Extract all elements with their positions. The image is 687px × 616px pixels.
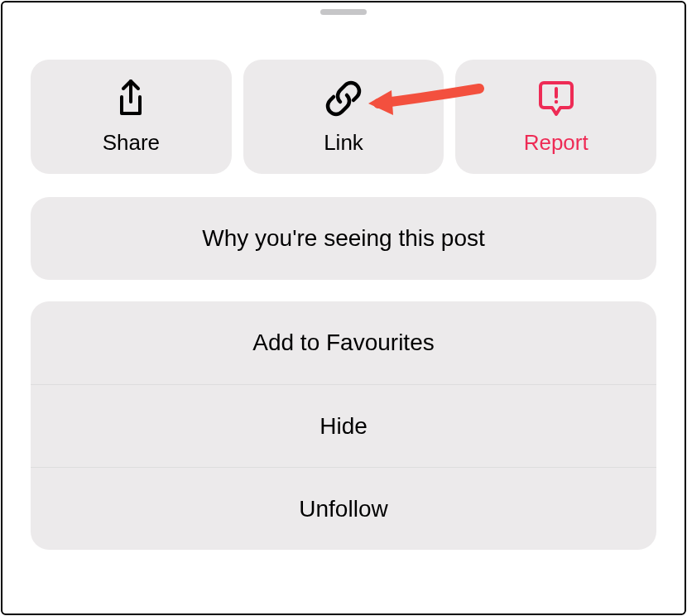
action-sheet: Share Link <box>1 1 686 615</box>
link-button[interactable]: Link <box>243 60 444 174</box>
share-button[interactable]: Share <box>31 60 232 174</box>
report-label: Report <box>524 130 589 156</box>
hide-button[interactable]: Hide <box>31 384 656 467</box>
unfollow-button[interactable]: Unfollow <box>31 467 656 550</box>
why-seeing-label: Why you're seeing this post <box>202 225 485 252</box>
unfollow-label: Unfollow <box>299 496 387 522</box>
action-list: Add to Favourites Hide Unfollow <box>31 301 656 550</box>
link-label: Link <box>324 130 363 156</box>
share-label: Share <box>103 130 160 156</box>
svg-point-1 <box>554 99 557 103</box>
sheet-grabber[interactable] <box>320 9 367 15</box>
sheet-content: Share Link <box>2 15 685 578</box>
hide-label: Hide <box>319 413 368 440</box>
report-button[interactable]: Report <box>455 60 656 174</box>
share-icon <box>113 79 148 118</box>
tile-row: Share Link <box>31 60 656 174</box>
report-icon <box>537 79 575 118</box>
add-favourites-label: Add to Favourites <box>252 330 434 356</box>
add-favourites-button[interactable]: Add to Favourites <box>31 301 656 384</box>
link-icon <box>324 79 363 118</box>
why-seeing-button[interactable]: Why you're seeing this post <box>31 197 656 280</box>
